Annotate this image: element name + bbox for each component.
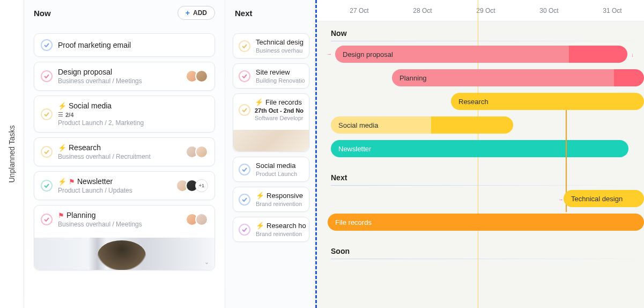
- check-icon[interactable]: [41, 39, 53, 51]
- section-header: Next: [331, 173, 644, 182]
- list-icon: ☰: [58, 111, 63, 118]
- check-icon[interactable]: [239, 70, 250, 82]
- section-divider: [331, 41, 644, 41]
- task-sub: Business overhaul / Meetings: [58, 77, 183, 85]
- flag-icon: ⚑: [69, 178, 75, 186]
- check-icon[interactable]: [41, 70, 53, 82]
- task-image: [233, 130, 309, 151]
- task-sub: Software Developr: [255, 115, 304, 121]
- check-icon[interactable]: [41, 214, 53, 225]
- plus-icon: +: [186, 9, 190, 17]
- timeline[interactable]: 27 Oct 28 Oct 29 Oct 30 Oct 31 Oct Now →…: [315, 0, 644, 308]
- task-sub: Brand reinvention: [256, 231, 306, 237]
- task-dates: 27th Oct - 2nd No: [255, 107, 304, 114]
- add-button[interactable]: + ADD: [177, 6, 215, 20]
- avatar[interactable]: [195, 213, 208, 226]
- task-card[interactable]: ⚡ResponsiveBrand reinvention: [233, 187, 309, 212]
- dependency-arrow-icon: →: [558, 196, 564, 202]
- sidebar-label: Unplanned Tasks: [8, 125, 16, 182]
- unplanned-tasks-panel[interactable]: Unplanned Tasks ›: [0, 0, 24, 308]
- task-title: File records: [265, 98, 302, 106]
- bolt-icon: ⚡: [58, 102, 66, 110]
- task-sub: Business overhaul / Recruitment: [58, 153, 183, 160]
- bar-label: Technical design: [571, 195, 623, 203]
- task-card[interactable]: Site reviewBuilding Renovatio: [233, 63, 309, 89]
- task-sub: Business overhau: [256, 47, 304, 54]
- task-sub: Building Renovatio: [256, 77, 305, 84]
- date-header: 29 Oct: [454, 7, 517, 14]
- bolt-icon: ⚡: [256, 222, 264, 230]
- task-title: Technical desig: [256, 38, 304, 46]
- task-card[interactable]: ⚡Social media ☰2/4 Product Launch / 2, M…: [34, 96, 215, 133]
- date-header: 30 Oct: [517, 7, 581, 14]
- bolt-icon: ⚡: [58, 178, 66, 186]
- task-title: Newsletter: [77, 177, 113, 186]
- check-icon[interactable]: [41, 180, 53, 192]
- avatar-more[interactable]: +1: [195, 179, 208, 192]
- gantt-bar[interactable]: →Technical design: [564, 190, 644, 207]
- section-divider: [331, 259, 644, 259]
- task-card[interactable]: Proof marketing email: [34, 33, 215, 57]
- task-sub: Product Launch / Updates: [58, 187, 174, 194]
- flag-icon: ⚑: [58, 211, 64, 219]
- task-title: Research ho: [267, 222, 306, 230]
- task-sub: Brand reinvention: [256, 201, 304, 207]
- bolt-icon: ⚡: [255, 98, 263, 106]
- date-header: 31 Oct: [581, 7, 644, 14]
- task-title: Proof marketing email: [58, 41, 208, 49]
- section-header: Soon: [331, 247, 644, 255]
- task-card[interactable]: ⚡⚑NewsletterProduct Launch / Updates +1: [34, 171, 215, 200]
- bar-label: Newsletter: [338, 145, 371, 153]
- avatar[interactable]: [195, 145, 208, 158]
- bar-label: File records: [335, 218, 372, 226]
- avatar-group: [189, 145, 208, 158]
- date-header: 27 Oct: [328, 7, 391, 14]
- check-icon[interactable]: [239, 224, 250, 236]
- gantt-bar[interactable]: Planning: [392, 69, 644, 86]
- gantt-bar[interactable]: Newsletter: [331, 140, 628, 157]
- task-title: Research: [69, 143, 101, 152]
- bar-label: Planning: [399, 74, 427, 82]
- bar-label: Research: [458, 98, 488, 106]
- task-progress: 2/4: [65, 112, 73, 118]
- task-card[interactable]: ⚡File records27th Oct - 2nd NoSoftware D…: [233, 93, 309, 152]
- task-title: Planning: [66, 211, 96, 219]
- task-card[interactable]: Design proposalBusiness overhaul / Meeti…: [34, 62, 215, 91]
- column-now: Now + ADD Proof marketing email Design p…: [24, 0, 225, 308]
- date-header: 28 Oct: [391, 7, 454, 14]
- task-sub: Business overhaul / Meetings: [58, 221, 183, 228]
- dependency-arrow-icon: →: [327, 51, 332, 57]
- task-sub: Product Launch / 2, Marketing: [58, 119, 208, 127]
- column-now-title: Now: [34, 9, 51, 18]
- task-sub: Product Launch: [256, 171, 304, 177]
- task-card[interactable]: ⚑PlanningBusiness overhaul / Meetings ⌄: [34, 205, 215, 270]
- avatar[interactable]: [195, 70, 208, 83]
- bolt-icon: ⚡: [58, 144, 66, 152]
- gantt-bar[interactable]: Design proposal↓: [335, 46, 627, 63]
- task-card[interactable]: ⚡ResearchBusiness overhaul / Recruitment: [34, 137, 215, 166]
- column-next: Next Technical desigBusiness overhau Sit…: [225, 0, 315, 308]
- dependency-arrow-icon: ↓: [631, 52, 634, 58]
- task-card[interactable]: ⚡Research hoBrand reinvention: [233, 217, 309, 242]
- avatar-group: +1: [179, 179, 208, 192]
- bar-label: Social media: [338, 121, 378, 129]
- avatar-group: [189, 70, 208, 83]
- check-icon[interactable]: [239, 104, 250, 116]
- chevron-down-icon[interactable]: ⌄: [204, 259, 209, 266]
- task-title: Site review: [256, 68, 305, 76]
- gantt-bar[interactable]: Social media: [331, 116, 513, 134]
- section-divider: [331, 185, 644, 186]
- gantt-bar[interactable]: File records: [328, 214, 644, 231]
- check-icon[interactable]: [41, 108, 53, 120]
- task-title: Social media: [69, 101, 112, 110]
- timeline-header: 27 Oct 28 Oct 29 Oct 30 Oct 31 Oct: [317, 0, 644, 21]
- check-icon[interactable]: [239, 40, 250, 52]
- column-next-title: Next: [235, 9, 253, 18]
- task-image: ⌄: [34, 238, 214, 270]
- check-icon[interactable]: [239, 194, 250, 206]
- task-card[interactable]: Social mediaProduct Launch: [233, 157, 309, 182]
- gantt-bar[interactable]: Research: [451, 93, 644, 110]
- check-icon[interactable]: [239, 164, 250, 175]
- check-icon[interactable]: [41, 146, 53, 158]
- task-card[interactable]: Technical desigBusiness overhau: [233, 33, 309, 58]
